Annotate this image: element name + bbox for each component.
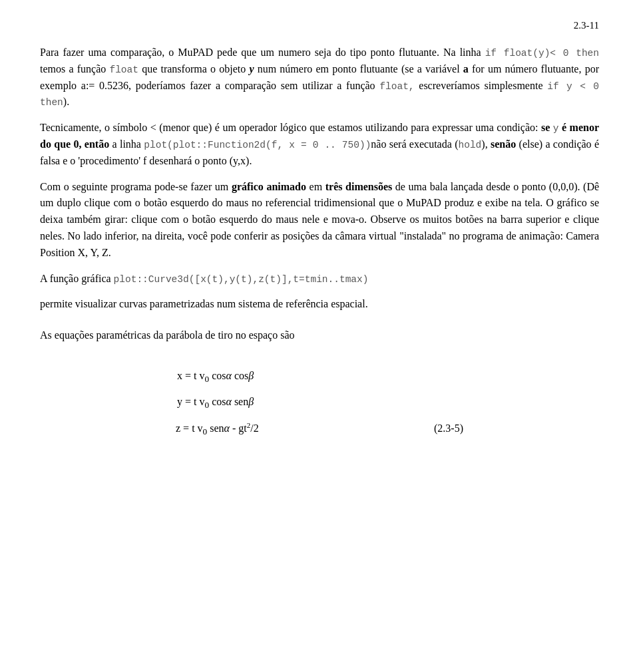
paragraph-6: As equações paramétricas da parábola de … <box>40 327 599 344</box>
p4-code-curve: plot::Curve3d([x(t),y(t),z(t)],t=tmin..t… <box>114 274 369 285</box>
p3-text3: de uma bala lançada desde o ponto (0,0,0… <box>40 181 599 258</box>
p2-text1: Tecnicamente, o símbolo < (menor que) é … <box>40 122 541 133</box>
equation-row-3: z = t v0 senα - gt2/2 (2.3-5) <box>40 417 599 442</box>
eq1-alpha: α <box>226 370 231 381</box>
p2-bold-entao: então <box>85 138 109 150</box>
page-number: 2.3-11 <box>40 20 599 31</box>
paragraph-3: Com o seguinte programa pode-se fazer um… <box>40 179 599 261</box>
p1-text2: Na linha <box>443 47 485 58</box>
p3-bold-grafico: gráfico animado <box>232 181 306 192</box>
p2-code-plot: plot(plot::Function2d(f, x = 0 .. 750)) <box>144 140 371 150</box>
eq3-text: z = t v0 senα - gt2/2 <box>176 417 402 442</box>
paragraph-5: permite visualizar curvas parametrizadas… <box>40 296 599 313</box>
eq3-alpha: α <box>224 422 230 434</box>
p3-text2: em <box>310 181 325 192</box>
eq1-sub: 0 <box>204 374 209 384</box>
page-content: Para fazer uma comparação, o MuPAD pede … <box>40 45 599 441</box>
eq3-num: (2.3-5) <box>407 417 463 440</box>
p1-code2: float <box>109 65 138 75</box>
p2-text3: não será executada ( <box>371 138 458 150</box>
eq3-sup: 2 <box>247 421 251 429</box>
p1-code3: float, <box>379 81 414 92</box>
eq2-beta: β <box>248 396 254 407</box>
equation-row-1: x = t v0 cosα cosβ <box>40 364 599 389</box>
p1-text8: ). <box>63 96 69 107</box>
equations-block: x = t v0 cosα cosβ y = t v0 cosα senβ z … <box>40 364 599 442</box>
p3-bold-tres: três dimensões <box>325 181 393 192</box>
paragraph-2: Tecnicamente, o símbolo < (menor que) é … <box>40 120 599 169</box>
p1-bold-a: a <box>463 63 469 75</box>
p2-bold-se: se <box>541 122 550 133</box>
p3-text1: Com o seguinte programa pode-se fazer um <box>40 181 232 192</box>
p2-code-y: y <box>553 123 559 134</box>
p6-text1: As equações paramétricas da parábola de … <box>40 329 295 341</box>
p4-text1: A função gráfica <box>40 273 114 284</box>
eq2-alpha: α <box>226 396 231 407</box>
paragraph-1: Para fazer uma comparação, o MuPAD pede … <box>40 45 599 110</box>
p2-bold-senao: senão <box>491 138 516 150</box>
paragraph-4: A função gráfica plot::Curve3d([x(t),y(t… <box>40 271 599 287</box>
p1-text4: que transforma o objeto <box>142 63 249 75</box>
p1-bold-y: y <box>249 63 254 75</box>
equation-row-2: y = t v0 cosα senβ <box>40 390 599 415</box>
eq1-beta: β <box>248 370 254 381</box>
p5-text1: permite visualizar curvas parametrizadas… <box>40 298 368 309</box>
eq3-sub: 0 <box>203 426 208 436</box>
eq2-text: y = t v0 cosα senβ <box>177 390 403 415</box>
p2-text4: ), <box>481 138 491 150</box>
p1-text3: temos a função <box>40 63 109 75</box>
eq1-text: x = t v0 cosα cosβ <box>177 364 403 389</box>
p2-text2: a linha <box>112 138 144 150</box>
p1-text7: escreveríamos simplesmente <box>419 80 547 91</box>
p1-text1: Para fazer uma comparação, o MuPAD pede … <box>40 47 439 58</box>
p1-text5: num número em ponto flutuante (se a vari… <box>258 63 463 75</box>
eq2-sub: 0 <box>204 401 209 411</box>
p2-code-hold: hold <box>458 140 481 150</box>
p1-code1: if float(y)< 0 then <box>485 48 599 59</box>
